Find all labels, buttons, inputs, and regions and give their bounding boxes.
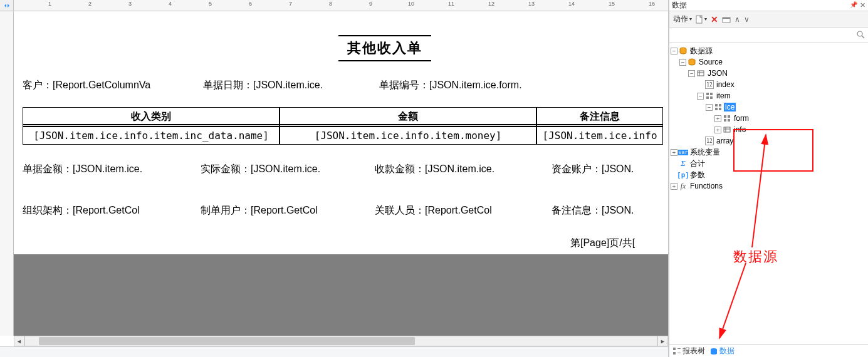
ruler-tick-label: 1 xyxy=(48,1,51,7)
tree-node-datasources[interactable]: −数据源 xyxy=(671,45,867,56)
view-button[interactable] xyxy=(722,16,731,23)
ruler-tick-label: 11 xyxy=(448,1,454,7)
ruler-tick-label: 8 xyxy=(329,1,332,7)
search-input[interactable] xyxy=(672,29,855,41)
new-item-button[interactable]: ▾ xyxy=(696,15,707,24)
svg-rect-17 xyxy=(719,108,721,110)
pin-icon[interactable]: 📌 xyxy=(850,1,857,9)
tree-node-totals[interactable]: Σ合计 xyxy=(671,158,867,169)
tab-report-tree[interactable]: 报表树 xyxy=(673,346,705,356)
org-field[interactable]: 组织架构：[Report.GetCol xyxy=(23,204,198,217)
ruler-tick-label: 14 xyxy=(568,1,575,7)
tree-node-index[interactable]: 12index xyxy=(671,79,867,90)
tree-node-source[interactable]: −Source xyxy=(671,56,867,68)
tree-node-json[interactable]: −JSON xyxy=(671,68,867,79)
tab-data[interactable]: 数据 xyxy=(710,346,735,356)
svg-rect-25 xyxy=(673,348,676,350)
svg-rect-28 xyxy=(677,353,681,353)
ruler-tick-label: 5 xyxy=(209,1,212,7)
svg-rect-15 xyxy=(719,104,721,106)
tree-node-item[interactable]: −item xyxy=(671,90,867,101)
move-down-button[interactable]: ∨ xyxy=(744,15,750,24)
report-title[interactable]: 其他收入单 xyxy=(338,35,431,61)
doc-date-field[interactable]: 单据日期：[JSON.item.ice. xyxy=(203,79,372,92)
svg-rect-18 xyxy=(724,115,726,118)
ruler-tick-label: 3 xyxy=(128,1,132,7)
data-tree[interactable]: −数据源 −Source −JSON 12index −item −ice +f… xyxy=(669,43,868,344)
horizontal-scrollbar[interactable]: ◄ ► xyxy=(14,336,668,346)
report-title-text: 其他收入单 xyxy=(347,40,422,56)
svg-rect-14 xyxy=(715,104,718,106)
fund-account-field[interactable]: 资金账户：[JSON. xyxy=(552,163,664,176)
actions-dropdown[interactable]: 动作▾ xyxy=(673,14,692,24)
svg-rect-20 xyxy=(724,119,726,122)
table-row[interactable]: [JSON.item.ice.info.item.inc_data.name] … xyxy=(23,127,663,145)
pager-field[interactable]: 第[Page]页/共[ xyxy=(570,237,667,250)
ruler-tick-label: 16 xyxy=(649,1,655,7)
doc-amount-field[interactable]: 单据金额：[JSON.item.ice. xyxy=(23,163,198,176)
ruler-tick-label: 4 xyxy=(169,1,172,7)
ruler-tick-label: 6 xyxy=(249,1,252,7)
svg-rect-10 xyxy=(706,93,709,95)
designer-canvas[interactable]: 1 2 3 4 5 6 7 8 9 10 11 12 13 14 15 16 xyxy=(0,0,669,357)
panel-title-text: 数据 xyxy=(672,0,687,11)
tree-node-functions[interactable]: +fxFunctions xyxy=(671,180,867,192)
page-background xyxy=(14,254,668,336)
tree-node-array[interactable]: 12array xyxy=(671,135,867,147)
svg-rect-12 xyxy=(706,96,709,99)
panel-titlebar[interactable]: 数据 📌 ✕ xyxy=(669,0,868,11)
ruler-corner[interactable] xyxy=(0,0,14,11)
tree-node-info[interactable]: +info xyxy=(671,124,867,135)
svg-rect-11 xyxy=(710,93,713,95)
move-up-button[interactable]: ∧ xyxy=(735,15,740,24)
scroll-track[interactable] xyxy=(24,336,657,346)
svg-rect-26 xyxy=(677,348,681,349)
svg-rect-16 xyxy=(715,108,718,110)
svg-rect-21 xyxy=(728,119,730,122)
data-panel: 数据 📌 ✕ 动作▾ ▾ ✕ ∧ ∨ −数据源 −Source −JSON 12… xyxy=(669,0,868,357)
maker-field[interactable]: 制单用户：[Report.GetCol xyxy=(201,204,369,217)
tree-node-ice[interactable]: −ice xyxy=(671,101,867,113)
panel-search xyxy=(669,28,868,43)
search-icon[interactable] xyxy=(855,30,865,40)
ruler-tick-label: 2 xyxy=(88,1,92,7)
close-panel-icon[interactable]: ✕ xyxy=(860,1,865,9)
scroll-left-button[interactable]: ◄ xyxy=(14,336,24,346)
status-bar xyxy=(0,346,668,357)
ruler-tick-label: 13 xyxy=(528,1,535,7)
ruler-tick-label: 7 xyxy=(289,1,292,7)
detail-table[interactable]: 收入类别 金额 备注信息 [JSON.item.ice.info.item.in… xyxy=(23,107,663,145)
svg-rect-2 xyxy=(723,18,730,19)
svg-rect-7 xyxy=(698,71,704,76)
delete-button[interactable]: ✕ xyxy=(711,14,718,24)
panel-toolbar: 动作▾ ▾ ✕ ∧ ∨ xyxy=(669,11,868,28)
panel-tabs: 报表树 数据 xyxy=(669,344,868,357)
scroll-right-button[interactable]: ► xyxy=(657,336,668,346)
horizontal-ruler[interactable]: 1 2 3 4 5 6 7 8 9 10 11 12 13 14 15 16 xyxy=(14,0,668,11)
ruler-tick-label: 9 xyxy=(369,1,372,7)
customer-field[interactable]: 客户：[Report.GetColumnVa xyxy=(23,79,198,92)
svg-rect-13 xyxy=(710,96,713,99)
svg-rect-27 xyxy=(673,352,676,354)
receipt-amount-field[interactable]: 收款金额：[JSON.item.ice. xyxy=(375,163,543,176)
tree-node-sysvars[interactable]: +var系统变量 xyxy=(671,147,867,158)
svg-rect-22 xyxy=(724,127,730,132)
actual-amount-field[interactable]: 实际金额：[JSON.item.ice. xyxy=(201,163,369,176)
svg-line-4 xyxy=(862,36,864,38)
related-person-field[interactable]: 关联人员：[Report.GetCol xyxy=(375,204,543,217)
vertical-ruler[interactable] xyxy=(0,11,14,336)
svg-rect-19 xyxy=(728,115,730,118)
ruler-tick-label: 15 xyxy=(609,1,615,7)
ruler-tick-label: 10 xyxy=(408,1,414,7)
tree-node-form[interactable]: +form xyxy=(671,113,867,124)
scroll-thumb[interactable] xyxy=(39,337,415,345)
ruler-tick-label: 12 xyxy=(488,1,494,7)
svg-point-3 xyxy=(857,31,862,36)
remark-field[interactable]: 备注信息：[JSON. xyxy=(552,204,664,217)
tree-node-params[interactable]: [p]参数 xyxy=(671,169,867,180)
doc-no-field[interactable]: 单据编号：[JSON.item.ice.form. xyxy=(379,79,555,92)
